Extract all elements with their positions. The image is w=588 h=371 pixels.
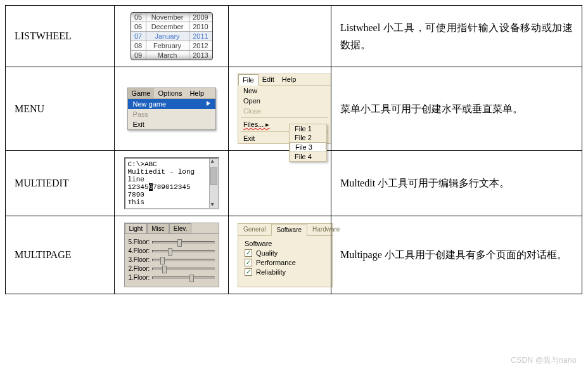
menu-item-help[interactable]: Help <box>278 74 300 85</box>
slider[interactable] <box>152 241 214 244</box>
tab-misc[interactable]: Misc <box>147 223 169 233</box>
table-row: MENU Game Options Help New game Pass Exi… <box>6 67 582 151</box>
slider[interactable] <box>152 277 214 279</box>
menu-item-file[interactable]: File <box>238 74 259 86</box>
checkbox-row[interactable]: ✓Reliability <box>245 268 326 276</box>
tab-hardware[interactable]: Hardware <box>307 224 345 235</box>
submenu-item[interactable]: File 1 <box>290 124 326 133</box>
page-heading: Software <box>245 240 326 247</box>
tab-elev[interactable]: Elev. <box>169 223 192 233</box>
slider-row: 2.Floor: <box>129 265 215 272</box>
listwheel-demo[interactable]: 05November2009 06December2010 07January2… <box>131 12 213 60</box>
lw-cell-selected: 2011 <box>189 32 212 41</box>
submenu-item[interactable]: File 4 <box>290 152 326 161</box>
menu-item-edit[interactable]: Edit <box>259 74 278 85</box>
menu-label: Files... ▸ <box>243 120 269 128</box>
slider[interactable] <box>152 268 214 270</box>
checkbox-label: Quality <box>256 249 278 257</box>
medit-line: Multiedit - long <box>128 168 217 176</box>
text-caret: 6 <box>149 183 153 191</box>
menubar[interactable]: File Edit Help <box>238 74 331 86</box>
slider-knob[interactable] <box>160 257 165 264</box>
preview-cell-2: File Edit Help New Open Close Files... ▸… <box>229 67 331 151</box>
lw-cell: February <box>146 41 189 51</box>
lw-cell: 06 <box>131 22 146 32</box>
slider-label: 1.Floor: <box>129 274 150 281</box>
checkbox-label: Performance <box>256 259 296 266</box>
preview-cell: 05November2009 06December2010 07January2… <box>115 6 229 67</box>
menubar[interactable]: Game Options Help <box>128 88 215 99</box>
slider-knob[interactable] <box>162 266 167 273</box>
widget-desc: 菜单小工具可用于创建水平或垂直菜单。 <box>331 67 582 151</box>
menu-item-newgame[interactable]: New game <box>128 99 215 109</box>
widget-desc: Multipage 小工具用于创建具有多个页面的对话框。 <box>331 216 582 294</box>
medit-line: This <box>128 199 217 206</box>
tab-general[interactable]: General <box>238 224 271 235</box>
medit-line: 123456789012345 <box>128 183 217 191</box>
lw-cell: 05 <box>131 13 146 22</box>
tab-bar[interactable]: Light Misc Elev. <box>125 223 219 233</box>
lw-cell: 08 <box>131 41 146 51</box>
slider[interactable] <box>152 259 214 261</box>
menu-item-open[interactable]: Open <box>238 96 331 106</box>
lw-cell: 2013 <box>189 51 212 60</box>
slider-row: 5.Floor: <box>129 238 215 245</box>
medit-line: C:\>ABC <box>128 160 217 168</box>
widget-name: MULTIPAGE <box>6 216 115 294</box>
menu-demo-vertical[interactable]: File Edit Help New Open Close Files... ▸… <box>238 74 331 144</box>
slider-knob[interactable] <box>189 275 194 282</box>
checkbox-icon[interactable]: ✓ <box>245 249 252 257</box>
multiedit-demo[interactable]: C:\>ABC Multiedit - long line 1234567890… <box>124 157 219 209</box>
multipage-demo-2[interactable]: General Software Hardware Software ✓Qual… <box>238 223 333 287</box>
lw-cell: 2009 <box>189 13 212 22</box>
menu-item-exit[interactable]: Exit <box>128 119 215 129</box>
preview-cell: Light Misc Elev. 5.Floor: 4.Floor: 3.Flo… <box>115 216 229 294</box>
tab-software[interactable]: Software <box>271 224 307 236</box>
submenu-item-selected[interactable]: File 3 <box>290 142 326 152</box>
slider-knob[interactable] <box>168 248 172 256</box>
table-row: LISTWHEEL 05November2009 06December2010 … <box>6 6 582 67</box>
menu-item-game[interactable]: Game <box>128 88 155 98</box>
widget-table: LISTWHEEL 05November2009 06December2010 … <box>5 5 582 294</box>
slider[interactable] <box>152 250 214 252</box>
checkbox-icon[interactable]: ✓ <box>245 268 252 276</box>
multipage-demo-1[interactable]: Light Misc Elev. 5.Floor: 4.Floor: 3.Flo… <box>124 223 219 287</box>
cursor-icon <box>207 101 210 106</box>
preview-cell: Game Options Help New game Pass Exit <box>115 67 229 151</box>
menu-item-close: Close <box>238 106 331 116</box>
slider-label: 3.Floor: <box>129 256 150 263</box>
lw-cell: 2012 <box>189 41 212 51</box>
lw-cell: 09 <box>131 51 146 60</box>
table-row: MULTIPAGE Light Misc Elev. 5.Floor: 4.Fl… <box>6 216 582 294</box>
scrollbar[interactable] <box>209 159 218 208</box>
checkbox-row[interactable]: ✓Quality <box>245 249 326 257</box>
preview-cell-2: General Software Hardware Software ✓Qual… <box>229 216 331 294</box>
tab-bar[interactable]: General Software Hardware <box>238 224 332 236</box>
submenu-item[interactable]: File 2 <box>290 133 326 142</box>
submenu[interactable]: File 1 File 2 File 3 File 4 <box>289 124 327 162</box>
checkbox-label: Reliability <box>256 268 286 276</box>
slider-label: 2.Floor: <box>129 265 150 272</box>
scrollbar-thumb[interactable] <box>210 167 217 185</box>
tab-light[interactable]: Light <box>125 223 148 233</box>
checkbox-row[interactable]: ✓Performance <box>245 259 326 266</box>
lw-cell: March <box>146 51 189 60</box>
lw-cell: December <box>146 22 189 32</box>
menu-item-pass: Pass <box>128 109 215 119</box>
lw-cell: November <box>146 13 189 22</box>
widget-name: MULTIEDIT <box>6 151 115 216</box>
widget-name: MENU <box>6 67 115 151</box>
slider-row: 1.Floor: <box>129 274 215 281</box>
menu-demo-horizontal[interactable]: Game Options Help New game Pass Exit <box>127 88 216 130</box>
slider-label: 5.Floor: <box>129 238 150 245</box>
menu-label: New game <box>133 100 167 108</box>
lw-cell-selected: January <box>146 32 189 41</box>
checkbox-icon[interactable]: ✓ <box>245 259 252 266</box>
menu-item-help[interactable]: Help <box>186 88 208 98</box>
menu-item-options[interactable]: Options <box>154 88 186 98</box>
widget-desc: Multedit 小工具可用于编辑多行文本。 <box>331 151 582 216</box>
slider-knob[interactable] <box>177 239 182 247</box>
slider-row: 4.Floor: <box>129 247 215 254</box>
widget-name: LISTWHEEL <box>6 6 115 67</box>
menu-item-new[interactable]: New <box>238 86 331 96</box>
